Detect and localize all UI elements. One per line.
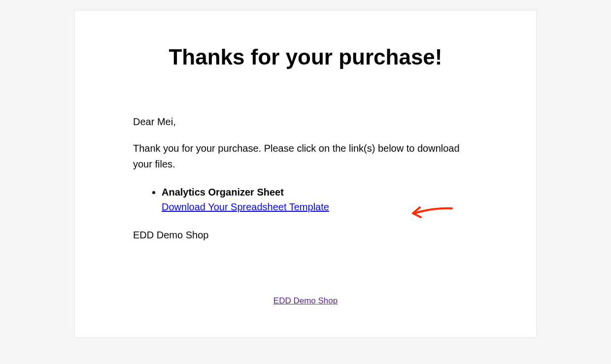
- signoff-text: EDD Demo Shop: [133, 227, 478, 243]
- product-list: Analytics Organizer Sheet Download Your …: [133, 185, 478, 214]
- email-body: Dear Mei, Thank you for your purchase. P…: [133, 114, 478, 308]
- download-link[interactable]: Download Your Spreadsheet Template: [162, 201, 329, 212]
- page-title: Thanks for your purchase!: [95, 45, 516, 69]
- email-container: Thanks for your purchase! Dear Mei, Than…: [74, 10, 537, 338]
- greeting-text: Dear Mei,: [133, 114, 478, 130]
- footer-shop-link[interactable]: EDD Demo Shop: [273, 296, 338, 305]
- intro-text: Thank you for your purchase. Please clic…: [133, 140, 478, 172]
- list-item: Analytics Organizer Sheet Download Your …: [162, 185, 478, 214]
- footer: EDD Demo Shop: [133, 292, 478, 308]
- product-name: Analytics Organizer Sheet: [162, 187, 284, 198]
